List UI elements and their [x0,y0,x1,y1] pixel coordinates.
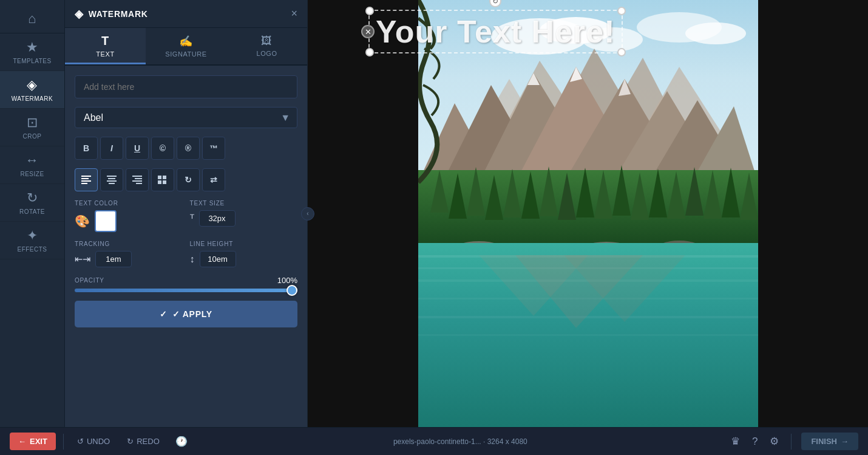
watermark-text-input[interactable] [75,75,297,98]
italic-button[interactable]: I [100,137,123,160]
trademark-button[interactable]: ™ [202,137,225,160]
svg-rect-2 [81,180,91,182]
registered-button[interactable]: ® [177,137,200,160]
svg-rect-3 [81,183,87,184]
apply-button[interactable]: ✓ ✓ APPLY [75,301,297,327]
templates-icon: ★ [26,39,39,55]
svg-rect-5 [108,178,115,179]
bottom-bar: ← EXIT ↺ UNDO ↻ REDO 🕐 pexels-paolo-cont… [0,427,868,455]
rotate-text-button[interactable]: ↻ [177,168,200,191]
panel-content: Abel Arial Georgia Helvetica Times New R… [65,66,307,427]
logo-tab-icon: 🖼 [261,35,273,47]
watermark-icon: ◈ [27,77,38,93]
watermark-handle-br[interactable] [617,48,626,56]
font-selector[interactable]: Abel Arial Georgia Helvetica Times New R… [75,107,297,128]
watermark-handle-bl[interactable] [365,48,374,56]
text-tab-icon: T [101,34,109,48]
exit-arrow-icon: ← [18,437,26,446]
help-button[interactable]: ? [750,433,760,450]
svg-rect-9 [135,178,142,179]
format-buttons-row: B I U © ® ™ [75,137,297,160]
panel-title: ◈ WATERMARK [75,7,148,21]
flip-text-button[interactable]: ⇄ [202,168,225,191]
line-height-label: LINE HEIGHT [190,241,298,247]
apply-label: ✓ APPLY [172,309,212,319]
panel-collapse-button[interactable]: ‹ [301,207,314,221]
finish-button[interactable]: FINISH → [801,433,858,450]
tab-text[interactable]: T TEXT [65,28,146,64]
watermark-handle-tl[interactable] [365,7,374,15]
sidebar-item-watermark[interactable]: ◈ WATERMARK [0,71,64,109]
bold-button[interactable]: B [75,137,98,160]
undo-button[interactable]: ↺ UNDO [71,433,116,450]
bottom-right: ♛ ? ⚙ FINISH → [728,433,858,450]
tracking-value-row: ⇤⇥ 1em [75,251,183,267]
underline-button[interactable]: U [126,137,149,160]
tracking-label: TRACKING [75,241,183,247]
crown-icon-button[interactable]: ♛ [728,433,742,450]
settings-button[interactable]: ⚙ [767,433,781,450]
tracking-value[interactable]: 1em [95,251,132,267]
redo-button[interactable]: ↻ REDO [121,433,166,450]
svg-rect-7 [109,183,115,184]
finish-arrow-icon: → [841,437,849,446]
opacity-slider[interactable] [75,289,297,292]
tracking-group: TRACKING ⇤⇥ 1em [75,241,183,267]
copyright-button[interactable]: © [151,137,174,160]
svg-rect-1 [81,178,89,179]
svg-rect-4 [107,176,117,177]
sidebar-item-crop[interactable]: ⊡ CROP [0,109,64,146]
sidebar-item-label: CROP [23,133,42,140]
history-button[interactable]: 🕐 [171,432,192,451]
align-center-button[interactable] [100,168,123,191]
tile-button[interactable] [151,168,174,191]
align-buttons-row: ↻ ⇄ [75,168,297,191]
svg-point-21 [685,22,746,44]
sidebar-item-label: ROTATE [19,208,45,215]
align-right-button[interactable] [126,168,149,191]
opacity-row: OPACITY 100% [75,276,297,292]
svg-rect-13 [163,176,166,179]
resize-icon: ↔ [25,152,39,168]
text-size-value-row: ᵀ 32px [190,210,298,227]
color-swatch[interactable] [95,210,117,232]
bottom-left: ← EXIT ↺ UNDO ↻ REDO 🕐 [10,432,192,451]
align-left-button[interactable] [75,168,98,191]
line-height-value[interactable]: 10em [200,251,236,267]
finish-label: FINISH [811,437,837,446]
panel-watermark-icon: ◈ [75,7,84,21]
text-color-group: TEXT COLOR 🎨 [75,200,183,232]
tab-signature[interactable]: ✍ SIGNATURE [146,28,226,64]
watermark-container[interactable]: ✕ ↻ Your Text Here! [368,10,623,53]
exit-button[interactable]: ← EXIT [10,433,56,450]
watermark-close-button[interactable]: ✕ [361,25,375,38]
color-picker-icon[interactable]: 🎨 [75,214,90,228]
home-icon: ⌂ [28,11,36,27]
divider-1 [63,434,64,450]
svg-rect-12 [158,176,161,179]
text-size-value[interactable]: 32px [199,210,236,227]
tracking-lineheight-row: TRACKING ⇤⇥ 1em LINE HEIGHT ↕ 10em [75,241,297,267]
sidebar-item-templates[interactable]: ★ TEMPLATES [0,33,64,71]
sidebar-item-rotate[interactable]: ↻ ROTATE [0,184,64,222]
panel-close-button[interactable]: × [291,7,297,20]
svg-rect-8 [132,176,142,177]
watermark-handle-tr[interactable] [617,7,626,15]
canvas-area: ✕ ↻ Your Text Here! [308,0,868,427]
line-height-group: LINE HEIGHT ↕ 10em [190,241,298,267]
rotate-icon: ↻ [27,190,38,206]
tracking-icon: ⇤⇥ [75,253,90,265]
apply-checkmark-icon: ✓ [160,309,168,319]
color-size-row: TEXT COLOR 🎨 TEXT SIZE ᵀ 32px [75,200,297,232]
tab-logo[interactable]: 🖼 LOGO [226,28,307,64]
svg-rect-11 [136,183,142,184]
canvas-image [418,0,758,427]
sidebar-item-home[interactable]: ⌂ [0,5,64,33]
crop-icon: ⊡ [27,115,38,131]
sidebar-item-effects[interactable]: ✦ EFFECTS [0,222,64,259]
redo-icon: ↻ [127,437,134,446]
font-selector-wrapper: Abel Arial Georgia Helvetica Times New R… [75,107,297,128]
svg-rect-6 [107,180,117,182]
sidebar-item-resize[interactable]: ↔ RESIZE [0,146,64,184]
panel-header: ◈ WATERMARK × [65,0,307,28]
